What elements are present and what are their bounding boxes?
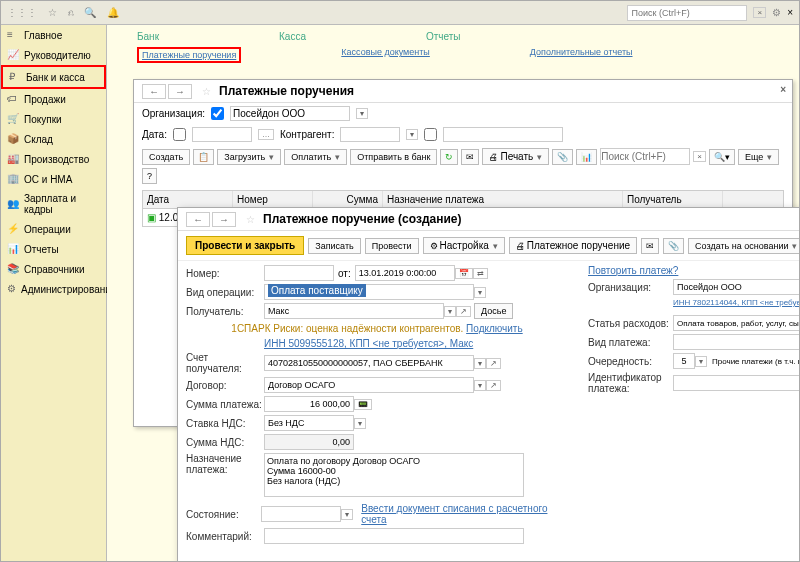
fav-icon2[interactable]: ☆ [246, 214, 255, 225]
close-icon[interactable]: × [780, 84, 786, 95]
sidebar-item-sales[interactable]: 🏷Продажи [1, 89, 106, 109]
contract-open[interactable]: ↗ [486, 380, 501, 391]
sidebar-item-assets[interactable]: 🏢ОС и НМА [1, 169, 106, 189]
paytype-input[interactable] [673, 334, 800, 350]
section-reports[interactable]: Отчеты [426, 31, 461, 42]
exp-input[interactable] [673, 315, 800, 331]
clip-button[interactable]: 📎 [552, 149, 573, 165]
contract-dd[interactable]: ▾ [474, 380, 486, 391]
vat-input[interactable] [264, 415, 354, 431]
rec-open[interactable]: ↗ [456, 306, 471, 317]
list-search-clear[interactable]: × [693, 151, 706, 162]
more-button[interactable]: Еще [738, 149, 779, 165]
nav-fwd[interactable]: → [168, 84, 192, 99]
type-input[interactable]: Оплата поставщику [264, 284, 474, 300]
sidebar-item-bank[interactable]: ₽Банк и касса [1, 65, 106, 89]
ident-input[interactable] [673, 375, 800, 391]
section-bank[interactable]: Банк [137, 31, 159, 42]
state-dd[interactable]: ▾ [341, 509, 353, 520]
send-button[interactable]: Отправить в банк [350, 149, 437, 165]
date-input[interactable] [192, 127, 252, 142]
mail-button[interactable]: ✉ [461, 149, 479, 165]
calc-icon[interactable]: 📟 [354, 399, 372, 410]
subtab-cashdocs[interactable]: Кассовые документы [341, 47, 430, 63]
acc-input[interactable] [264, 355, 474, 371]
th-num[interactable]: Номер [233, 191, 313, 208]
inn-org-link[interactable]: ИНН 7802114044, КПП <не требуется>, ООО … [673, 298, 800, 307]
refresh-button[interactable]: ↻ [440, 149, 458, 165]
search-icon[interactable]: 🔍 [84, 7, 96, 18]
extra-check[interactable] [424, 128, 437, 141]
subtab-payments[interactable]: Платежные поручения [137, 47, 241, 63]
inn-rec-link[interactable]: ИНН 5099555128, КПП <не требуется>, Макс [264, 338, 473, 349]
history-icon[interactable]: ⎌ [68, 7, 74, 18]
clear-icon[interactable]: × [753, 7, 766, 18]
sidebar-item-ops[interactable]: ⚡Операции [1, 219, 106, 239]
nav-back2[interactable]: ← [186, 212, 210, 227]
purpose-input[interactable]: Оплата по договору Договор ОСАГО Сумма 1… [264, 453, 524, 497]
contr-dd[interactable]: ▾ [406, 129, 418, 140]
repeat-link[interactable]: Повторить платеж? [588, 265, 678, 276]
star-icon[interactable]: ☆ [48, 7, 57, 18]
gear-icon[interactable]: ⚙ [772, 7, 781, 18]
th-recipient[interactable]: Получатель [623, 191, 723, 208]
vat-dd[interactable]: ▾ [354, 418, 366, 429]
state-link[interactable]: Ввести документ списания с расчетного сч… [361, 503, 568, 525]
acc-dd[interactable]: ▾ [474, 358, 486, 369]
pay-button[interactable]: Оплатить [284, 149, 347, 165]
list-search[interactable] [600, 148, 690, 165]
chart-button[interactable]: 📊 [576, 149, 597, 165]
th-sum[interactable]: Сумма [313, 191, 383, 208]
exchange-icon[interactable]: ⇄ [473, 268, 488, 279]
global-search[interactable] [627, 5, 747, 21]
sidebar-item-salary[interactable]: 👥Зарплата и кадры [1, 189, 106, 219]
connect-link[interactable]: Подключить [466, 323, 523, 334]
sum-input[interactable] [264, 396, 354, 412]
help-button[interactable]: ? [142, 168, 157, 184]
comment-input[interactable] [264, 528, 524, 544]
org-check[interactable] [211, 107, 224, 120]
close-app-icon[interactable]: × [787, 7, 793, 18]
contract-input[interactable] [264, 377, 474, 393]
save-button[interactable]: Записать [308, 238, 360, 254]
org-input[interactable] [230, 106, 350, 121]
date-input2[interactable] [355, 265, 455, 281]
type-dd[interactable]: ▾ [474, 287, 486, 298]
th-purpose[interactable]: Назначение платежа [383, 191, 623, 208]
dossier-button[interactable]: Досье [474, 303, 513, 319]
contr-input[interactable] [340, 127, 400, 142]
create-button[interactable]: Создать [142, 149, 190, 165]
base-button[interactable]: Создать на основании [688, 238, 800, 254]
th-date[interactable]: Дата [143, 191, 233, 208]
grid-icon[interactable]: ⋮⋮⋮ [7, 7, 37, 18]
fav-icon[interactable]: ☆ [202, 86, 211, 97]
doc-button[interactable]: 🖨 Платежное поручение [509, 237, 637, 254]
date-check[interactable] [173, 128, 186, 141]
section-kassa[interactable]: Касса [279, 31, 306, 42]
sidebar-item-manager[interactable]: 📈Руководителю [1, 45, 106, 65]
clip2-button[interactable]: 📎 [663, 238, 684, 254]
state-input[interactable] [261, 506, 341, 522]
acc-open[interactable]: ↗ [486, 358, 501, 369]
num-input[interactable] [264, 265, 334, 281]
post-close-button[interactable]: Провести и закрыть [186, 236, 304, 255]
sidebar-item-purchase[interactable]: 🛒Покупки [1, 109, 106, 129]
pri-input[interactable] [673, 353, 695, 369]
copy-button[interactable]: 📋 [193, 149, 214, 165]
load-button[interactable]: Загрузить [217, 149, 281, 165]
settings-button[interactable]: ⚙ Настройка [423, 237, 505, 254]
sidebar-item-admin[interactable]: ⚙Администрирование [1, 279, 106, 299]
sidebar-item-refs[interactable]: 📚Справочники [1, 259, 106, 279]
sidebar-item-stock[interactable]: 📦Склад [1, 129, 106, 149]
org2-input[interactable] [673, 279, 800, 295]
nav-back[interactable]: ← [142, 84, 166, 99]
sidebar-item-reports[interactable]: 📊Отчеты [1, 239, 106, 259]
calendar-icon[interactable]: 📅 [455, 268, 473, 279]
date-pick-icon[interactable]: … [258, 129, 274, 140]
nav-fwd2[interactable]: → [212, 212, 236, 227]
subtab-extrareports[interactable]: Дополнительные отчеты [530, 47, 633, 63]
run-button[interactable]: Провести [365, 238, 419, 254]
rec-dd[interactable]: ▾ [444, 306, 456, 317]
org-dd[interactable]: ▾ [356, 108, 368, 119]
pri-dd[interactable]: ▾ [695, 356, 707, 367]
